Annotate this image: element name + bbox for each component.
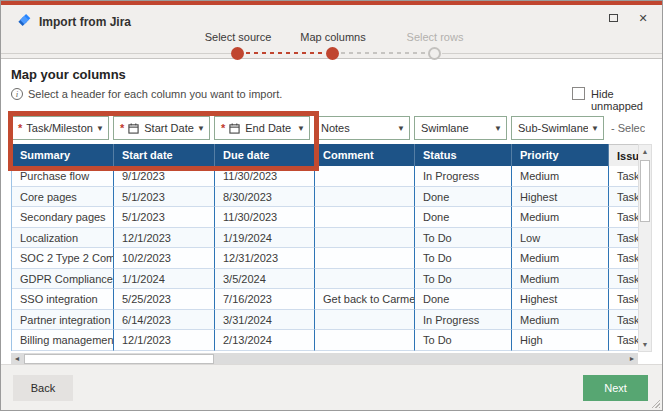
table-cell: Medium: [512, 248, 609, 269]
table-cell: Task: [609, 289, 639, 310]
stepper-line-left: [1, 53, 231, 54]
column-mapping-dropdown-1[interactable]: *Task/Milestone Title▼: [11, 116, 109, 140]
table-cell: Task: [609, 166, 639, 187]
table-cell: To Do: [415, 330, 512, 351]
resize-grip[interactable]: [651, 399, 660, 408]
table-header-row: SummaryStart dateDue dateCommentStatusPr…: [12, 144, 638, 166]
table-cell: To Do: [415, 269, 512, 290]
table-cell: SSO integration: [12, 289, 114, 310]
vertical-scrollbar[interactable]: ▲ ▼: [638, 144, 652, 352]
dropdown-selected-value: - Select: [611, 122, 645, 134]
maximize-button[interactable]: [600, 8, 626, 28]
table-cell: [315, 166, 415, 187]
table-row: Secondary pages5/1/202311/30/2023DoneMed…: [12, 207, 638, 228]
table-cell: [315, 228, 415, 249]
dropdown-selected-value: Start Date: [144, 122, 194, 134]
table-cell: Core pages: [12, 187, 114, 208]
scroll-up-button[interactable]: ▲: [639, 145, 651, 158]
table-cell: Task: [609, 269, 639, 290]
table-cell: Get back to Carmen: [315, 289, 415, 310]
column-mapping-dropdown-6[interactable]: Sub-Swimlane▼: [511, 116, 604, 140]
instruction-text: Select a header for each column you want…: [28, 88, 282, 100]
table-row: Billing management12/1/20232/13/2024To D…: [12, 330, 638, 351]
dropdown-selected-value: Sub-Swimlane: [518, 122, 588, 134]
table-cell: To Do: [415, 228, 512, 249]
table-cell: High: [512, 330, 609, 351]
table-cell: 5/1/2023: [114, 207, 215, 228]
table-cell: 1/1/2024: [114, 269, 215, 290]
table-cell: [315, 310, 415, 331]
table-cell: SOC 2 Type 2 Complia...: [12, 248, 114, 269]
import-from-jira-dialog: Import from Jira ✕ Select source Map col…: [0, 0, 663, 411]
table-cell: Task: [609, 310, 639, 331]
step-label-select-rows: Select rows: [385, 31, 485, 43]
table-cell: Task: [609, 330, 639, 351]
table-cell: GDPR Compliance: [12, 269, 114, 290]
table-cell: 5/25/2023: [114, 289, 215, 310]
table-row: Purchase flow9/1/202311/30/2023In Progre…: [12, 166, 638, 187]
table-cell: To Do: [415, 248, 512, 269]
dropdown-selected-value: End Date: [245, 122, 294, 134]
table-cell: 1/19/2024: [215, 228, 315, 249]
table-cell: Medium: [512, 166, 609, 187]
column-mapping-dropdown-4[interactable]: Notes▼: [314, 116, 410, 140]
hide-unmapped-checkbox[interactable]: [572, 87, 585, 100]
horizontal-scrollbar-thumb[interactable]: [24, 354, 214, 364]
table-cell: Task: [609, 187, 639, 208]
stepper-connector-2: [341, 52, 428, 54]
table-cell: 3/31/2024: [215, 310, 315, 331]
column-mapping-dropdown-7[interactable]: - Select: [609, 116, 649, 140]
table-cell: In Progress: [415, 166, 512, 187]
dropdown-selected-value: Notes: [321, 122, 394, 134]
table-cell: Highest: [512, 289, 609, 310]
calendar-icon: [128, 123, 139, 134]
table-row: Core pages5/1/20238/30/2023DoneHighestTa…: [12, 187, 638, 208]
table-cell: 9/1/2023: [114, 166, 215, 187]
table-cell: 10/2/2023: [114, 248, 215, 269]
table-cell: 11/30/2023: [215, 166, 315, 187]
table-cell: [315, 207, 415, 228]
vertical-scrollbar-thumb[interactable]: [640, 160, 650, 222]
close-button[interactable]: ✕: [630, 8, 656, 28]
dropdown-selected-value: Swimlane: [421, 122, 491, 134]
step-label-map-columns: Map columns: [283, 31, 383, 43]
table-cell: 5/1/2023: [114, 187, 215, 208]
step-dot-select-source[interactable]: [231, 47, 244, 60]
table-cell: [315, 187, 415, 208]
table-cell: Task: [609, 248, 639, 269]
table-cell: 2/13/2024: [215, 330, 315, 351]
table-cell: Done: [415, 207, 512, 228]
table-header-cell: Start date: [114, 144, 215, 166]
table-row: SSO integration5/25/20237/16/2023Get bac…: [12, 289, 638, 310]
column-mapping-dropdown-2[interactable]: *Start Date▼: [113, 116, 210, 140]
next-button[interactable]: Next: [583, 375, 648, 401]
info-icon: i: [11, 88, 23, 100]
chevron-down-icon: ▼: [397, 124, 405, 133]
column-mapping-dropdown-3[interactable]: *End Date▼: [214, 116, 310, 140]
table-cell: Task: [609, 228, 639, 249]
table-cell: 11/30/2023: [215, 207, 315, 228]
table-cell: Task: [609, 207, 639, 228]
table-cell: 12/1/2023: [114, 228, 215, 249]
step-dot-map-columns[interactable]: [326, 47, 339, 60]
hide-unmapped-label: Hide unmapped: [591, 88, 662, 112]
footer-bar: Back Next: [1, 364, 662, 411]
column-mapping-dropdown-5[interactable]: Swimlane▼: [414, 116, 507, 140]
scroll-down-button[interactable]: ▼: [639, 338, 651, 351]
step-label-select-source: Select source: [188, 31, 288, 43]
table-cell: Highest: [512, 187, 609, 208]
table-cell: Partner integration: [12, 310, 114, 331]
step-dot-select-rows[interactable]: [428, 47, 441, 60]
required-asterisk: *: [18, 122, 22, 134]
table-cell: In Progress: [415, 310, 512, 331]
table-cell: 12/1/2023: [114, 330, 215, 351]
table-cell: Billing management: [12, 330, 114, 351]
table-cell: Secondary pages: [12, 207, 114, 228]
table-cell: Medium: [512, 310, 609, 331]
table-row: GDPR Compliance1/1/20243/5/2024To DoMedi…: [12, 269, 638, 290]
table-cell: 7/16/2023: [215, 289, 315, 310]
table-header-cell: Issue: [609, 144, 639, 166]
back-button[interactable]: Back: [13, 375, 73, 401]
table-cell: [315, 269, 415, 290]
dropdown-selected-value: Task/Milestone Title: [26, 122, 93, 134]
